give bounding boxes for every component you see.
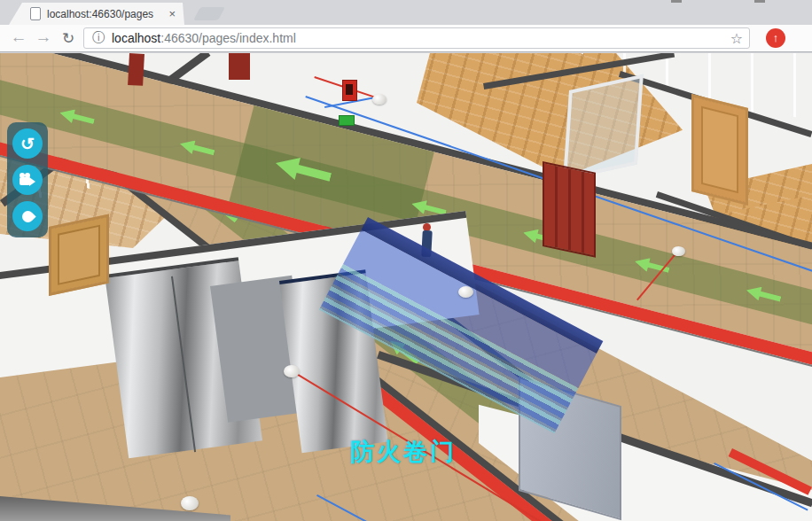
browser-tab[interactable]: localhost:46630/pages × [9,3,184,25]
extension-button[interactable]: ↑ [766,28,785,48]
url-path: :46630/pages/index.html [160,31,296,45]
3d-scene-canvas[interactable]: 防火卷门 ↺ [0,53,812,521]
flame-icon [20,208,35,224]
exit-sign [339,115,355,126]
wood-door-topright [691,94,748,206]
glass-pane [563,74,644,181]
browser-navbar: ← → ↻ ⓘ localhost:46630/pages/index.html… [0,25,812,52]
wood-door-left [49,214,109,296]
url-text: localhost:46630/pages/index.html [112,31,296,45]
smoke-detector [458,286,473,298]
window-control-sliver [754,0,765,3]
tab-title: localhost:46630/pages [47,8,153,20]
forward-icon[interactable]: → [32,27,55,47]
red-door-top1 [128,53,144,86]
address-bar[interactable]: ⓘ localhost:46630/pages/index.html ☆ [83,27,750,49]
tab-close-icon[interactable]: × [168,8,176,19]
smoke-detector [181,496,199,510]
fire-mode-button[interactable] [12,201,43,231]
fire-hydrant-box [342,80,357,101]
back-icon[interactable]: ← [7,27,30,47]
url-host: localhost [112,31,160,45]
reset-icon: ↺ [20,134,35,154]
red-door-top2 [229,53,250,80]
new-tab-button[interactable] [193,7,225,20]
page-icon [30,7,41,20]
viewer-toolbar: ↺ [7,122,48,237]
fire-shutter-label: 防火卷门 [350,436,457,468]
smoke-detector [284,365,300,377]
reload-icon[interactable]: ↻ [57,29,80,48]
red-door [543,161,596,258]
reset-view-button[interactable]: ↺ [12,128,43,159]
info-icon[interactable]: ⓘ [92,30,105,46]
window-control-sliver [671,0,682,3]
smoke-detector [372,94,386,105]
bookmark-star-icon[interactable]: ☆ [730,30,743,47]
camera-icon [20,174,35,186]
smoke-detector [672,246,685,256]
roam-camera-button[interactable] [12,165,43,195]
browser-chrome: localhost:46630/pages × ← → ↻ ⓘ localhos… [0,0,812,53]
